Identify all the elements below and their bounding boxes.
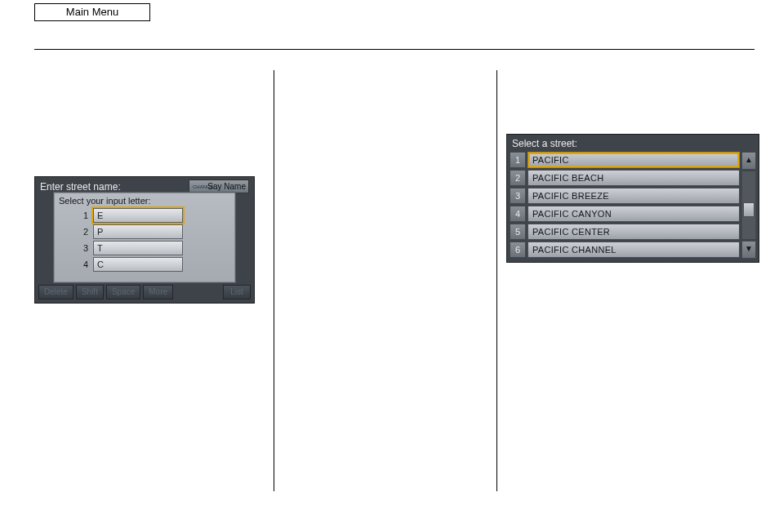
column-separator [274, 70, 274, 491]
input-letter-popup: Select your input letter: 1 E 2 P 3 T 4 … [53, 192, 236, 283]
popup-title: Select your input letter: [54, 193, 235, 207]
row-number: 2 [510, 170, 526, 186]
more-button[interactable]: More [143, 285, 173, 299]
list-item[interactable]: 1 E [54, 207, 235, 224]
row-number: 6 [510, 242, 526, 258]
keyboard-bottom-row: Delete Shift Space More [38, 285, 173, 299]
list-item[interactable]: 4 C [54, 256, 235, 273]
row-number: 2 [54, 227, 93, 237]
shift-button[interactable]: Shift [76, 285, 104, 299]
list-button[interactable]: List [223, 285, 251, 299]
scroll-track[interactable] [741, 171, 756, 239]
scroll-up-icon[interactable]: ▲ [741, 152, 756, 170]
list-item[interactable]: 2 P [54, 224, 235, 240]
input-letter-screenshot: Enter street name: CHANGE Say Name Selec… [34, 176, 255, 304]
street-option[interactable]: PACIFIC BEACH [527, 170, 740, 186]
select-street-title: Select a street: [507, 135, 759, 152]
street-option[interactable]: PACIFIC BREEZE [527, 188, 740, 204]
list-item[interactable]: 6 PACIFIC CHANNEL [510, 242, 740, 258]
street-option[interactable]: PACIFIC CHANNEL [527, 242, 740, 258]
street-option[interactable]: PACIFIC CANYON [527, 206, 740, 222]
letter-option[interactable]: C [93, 257, 183, 272]
row-number: 4 [510, 206, 526, 222]
street-list: 1 PACIFIC 2 PACIFIC BEACH 3 PACIFIC BREE… [510, 152, 740, 259]
row-number: 1 [510, 152, 526, 168]
letter-option[interactable]: E [93, 208, 183, 223]
street-option[interactable]: PACIFIC CENTER [527, 224, 740, 240]
select-street-screenshot: Select a street: 1 PACIFIC 2 PACIFIC BEA… [506, 134, 759, 263]
list-item[interactable]: 4 PACIFIC CANYON [510, 206, 740, 222]
scroll-down-icon[interactable]: ▼ [741, 241, 756, 259]
row-number: 3 [54, 243, 93, 253]
list-item[interactable]: 2 PACIFIC BEACH [510, 170, 740, 186]
list-item[interactable]: 5 PACIFIC CENTER [510, 224, 740, 240]
space-button[interactable]: Space [106, 285, 140, 299]
row-number: 1 [54, 211, 93, 220]
letter-option[interactable]: T [93, 241, 183, 255]
scroll-thumb[interactable] [743, 202, 755, 217]
enter-street-label: Enter street name: [40, 181, 121, 193]
row-number: 3 [510, 188, 526, 204]
delete-button[interactable]: Delete [38, 285, 73, 299]
list-item[interactable]: 3 T [54, 240, 235, 256]
street-option[interactable]: PACIFIC [527, 152, 740, 168]
list-item[interactable]: 1 PACIFIC [510, 152, 740, 168]
column-separator [496, 70, 497, 491]
scrollbar[interactable]: ▲ ▼ [741, 152, 756, 259]
letter-option[interactable]: P [93, 224, 183, 239]
divider [34, 49, 755, 50]
row-number: 5 [510, 224, 526, 240]
row-number: 4 [54, 259, 93, 269]
list-item[interactable]: 3 PACIFIC BREEZE [510, 188, 740, 204]
main-menu-button[interactable]: Main Menu [34, 3, 150, 21]
